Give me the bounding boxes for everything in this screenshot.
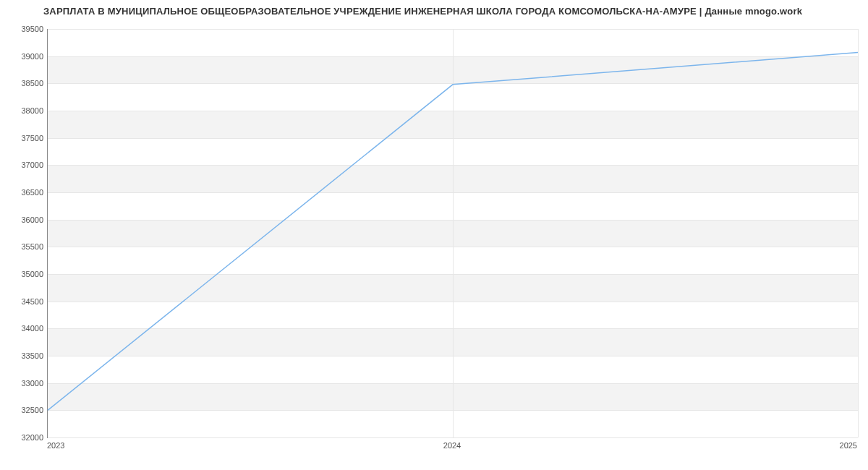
y-tick-label: 33500 — [4, 351, 43, 360]
y-tick-label: 36500 — [4, 188, 43, 197]
grid-line — [48, 437, 858, 438]
y-tick-label: 32000 — [4, 433, 43, 442]
plot-area — [47, 29, 858, 438]
x-tick-label: 2025 — [840, 441, 857, 450]
grid-line — [858, 29, 859, 437]
y-tick-label: 39500 — [4, 25, 43, 33]
y-tick-label: 38000 — [4, 106, 43, 115]
y-tick-label: 33000 — [4, 379, 43, 388]
y-tick-label: 34500 — [4, 297, 43, 306]
x-tick-label: 2024 — [443, 441, 461, 450]
y-tick-label: 37000 — [4, 161, 43, 169]
y-tick-label: 39000 — [4, 52, 43, 61]
chart-title: ЗАРПЛАТА В МУНИЦИПАЛЬНОЕ ОБЩЕОБРАЗОВАТЕЛ… — [43, 6, 802, 17]
y-tick-label: 36000 — [4, 215, 43, 224]
series-line — [48, 52, 858, 410]
y-tick-label: 35500 — [4, 242, 43, 251]
chart-container: ЗАРПЛАТА В МУНИЦИПАЛЬНОЕ ОБЩЕОБРАЗОВАТЕЛ… — [0, 0, 868, 470]
y-tick-label: 35000 — [4, 270, 43, 278]
line-series — [48, 29, 858, 437]
x-tick-label: 2023 — [47, 441, 64, 450]
y-tick-label: 38500 — [4, 79, 43, 87]
y-tick-label: 32500 — [4, 406, 43, 414]
y-tick-label: 34000 — [4, 324, 43, 333]
y-tick-label: 37500 — [4, 134, 43, 142]
